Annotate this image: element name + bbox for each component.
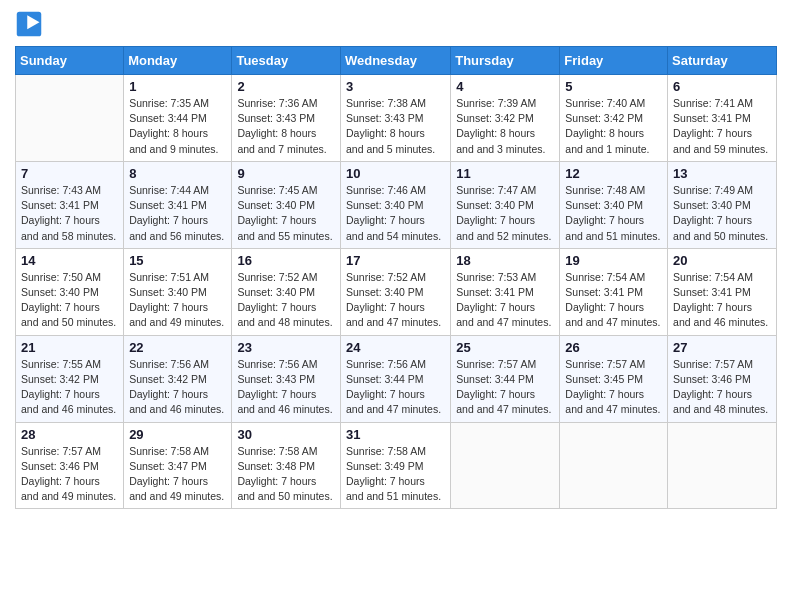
daylight-text-continued: and and 47 minutes. [565, 402, 662, 417]
sunrise-text: Sunrise: 7:54 AM [673, 270, 771, 285]
daylight-text-continued: and and 58 minutes. [21, 229, 118, 244]
day-number: 18 [456, 253, 554, 268]
sunrise-text: Sunrise: 7:55 AM [21, 357, 118, 372]
sunrise-text: Sunrise: 7:38 AM [346, 96, 445, 111]
sunset-text: Sunset: 3:40 PM [237, 198, 335, 213]
daylight-text: Daylight: 7 hours [346, 213, 445, 228]
sunrise-text: Sunrise: 7:39 AM [456, 96, 554, 111]
day-number: 19 [565, 253, 662, 268]
sunset-text: Sunset: 3:42 PM [565, 111, 662, 126]
sunrise-text: Sunrise: 7:54 AM [565, 270, 662, 285]
sunset-text: Sunset: 3:40 PM [456, 198, 554, 213]
weekday-header-saturday: Saturday [668, 47, 777, 75]
day-info: Sunrise: 7:57 AMSunset: 3:45 PMDaylight:… [565, 357, 662, 418]
calendar-cell: 25Sunrise: 7:57 AMSunset: 3:44 PMDayligh… [451, 335, 560, 422]
sunrise-text: Sunrise: 7:52 AM [346, 270, 445, 285]
daylight-text-continued: and and 47 minutes. [456, 402, 554, 417]
calendar-table: SundayMondayTuesdayWednesdayThursdayFrid… [15, 46, 777, 509]
sunset-text: Sunset: 3:43 PM [237, 111, 335, 126]
calendar-cell: 16Sunrise: 7:52 AMSunset: 3:40 PMDayligh… [232, 248, 341, 335]
day-number: 4 [456, 79, 554, 94]
sunset-text: Sunset: 3:42 PM [129, 372, 226, 387]
day-info: Sunrise: 7:46 AMSunset: 3:40 PMDaylight:… [346, 183, 445, 244]
sunset-text: Sunset: 3:41 PM [673, 111, 771, 126]
daylight-text-continued: and and 52 minutes. [456, 229, 554, 244]
sunrise-text: Sunrise: 7:57 AM [21, 444, 118, 459]
day-info: Sunrise: 7:56 AMSunset: 3:44 PMDaylight:… [346, 357, 445, 418]
calendar-cell: 17Sunrise: 7:52 AMSunset: 3:40 PMDayligh… [340, 248, 450, 335]
day-info: Sunrise: 7:55 AMSunset: 3:42 PMDaylight:… [21, 357, 118, 418]
day-number: 31 [346, 427, 445, 442]
sunset-text: Sunset: 3:47 PM [129, 459, 226, 474]
calendar-cell [560, 422, 668, 509]
daylight-text: Daylight: 7 hours [346, 300, 445, 315]
calendar-cell [16, 75, 124, 162]
sunset-text: Sunset: 3:40 PM [237, 285, 335, 300]
day-info: Sunrise: 7:47 AMSunset: 3:40 PMDaylight:… [456, 183, 554, 244]
daylight-text: Daylight: 7 hours [21, 387, 118, 402]
sunset-text: Sunset: 3:41 PM [565, 285, 662, 300]
day-number: 8 [129, 166, 226, 181]
day-number: 15 [129, 253, 226, 268]
daylight-text: Daylight: 7 hours [237, 300, 335, 315]
day-info: Sunrise: 7:45 AMSunset: 3:40 PMDaylight:… [237, 183, 335, 244]
day-number: 16 [237, 253, 335, 268]
day-number: 26 [565, 340, 662, 355]
day-number: 27 [673, 340, 771, 355]
sunset-text: Sunset: 3:40 PM [129, 285, 226, 300]
daylight-text-continued: and and 47 minutes. [346, 315, 445, 330]
daylight-text: Daylight: 7 hours [565, 300, 662, 315]
day-info: Sunrise: 7:56 AMSunset: 3:42 PMDaylight:… [129, 357, 226, 418]
calendar-cell: 7Sunrise: 7:43 AMSunset: 3:41 PMDaylight… [16, 161, 124, 248]
daylight-text-continued: and and 47 minutes. [456, 315, 554, 330]
calendar-cell: 3Sunrise: 7:38 AMSunset: 3:43 PMDaylight… [340, 75, 450, 162]
daylight-text-continued: and and 50 minutes. [673, 229, 771, 244]
day-info: Sunrise: 7:48 AMSunset: 3:40 PMDaylight:… [565, 183, 662, 244]
day-info: Sunrise: 7:43 AMSunset: 3:41 PMDaylight:… [21, 183, 118, 244]
daylight-text: Daylight: 8 hours [346, 126, 445, 141]
daylight-text-continued: and and 49 minutes. [21, 489, 118, 504]
day-info: Sunrise: 7:41 AMSunset: 3:41 PMDaylight:… [673, 96, 771, 157]
sunset-text: Sunset: 3:40 PM [673, 198, 771, 213]
daylight-text-continued: and and 46 minutes. [21, 402, 118, 417]
calendar-week-2: 7Sunrise: 7:43 AMSunset: 3:41 PMDaylight… [16, 161, 777, 248]
calendar-cell: 18Sunrise: 7:53 AMSunset: 3:41 PMDayligh… [451, 248, 560, 335]
sunset-text: Sunset: 3:49 PM [346, 459, 445, 474]
day-info: Sunrise: 7:54 AMSunset: 3:41 PMDaylight:… [673, 270, 771, 331]
calendar-cell: 10Sunrise: 7:46 AMSunset: 3:40 PMDayligh… [340, 161, 450, 248]
daylight-text: Daylight: 7 hours [456, 387, 554, 402]
daylight-text: Daylight: 7 hours [456, 300, 554, 315]
sunrise-text: Sunrise: 7:57 AM [673, 357, 771, 372]
sunrise-text: Sunrise: 7:56 AM [346, 357, 445, 372]
day-info: Sunrise: 7:50 AMSunset: 3:40 PMDaylight:… [21, 270, 118, 331]
calendar-cell: 30Sunrise: 7:58 AMSunset: 3:48 PMDayligh… [232, 422, 341, 509]
day-number: 10 [346, 166, 445, 181]
sunset-text: Sunset: 3:43 PM [346, 111, 445, 126]
day-number: 17 [346, 253, 445, 268]
daylight-text-continued: and and 48 minutes. [673, 402, 771, 417]
daylight-text: Daylight: 7 hours [673, 126, 771, 141]
sunrise-text: Sunrise: 7:46 AM [346, 183, 445, 198]
sunrise-text: Sunrise: 7:51 AM [129, 270, 226, 285]
calendar-cell: 12Sunrise: 7:48 AMSunset: 3:40 PMDayligh… [560, 161, 668, 248]
page-header [15, 10, 777, 38]
sunset-text: Sunset: 3:45 PM [565, 372, 662, 387]
daylight-text: Daylight: 7 hours [673, 213, 771, 228]
sunrise-text: Sunrise: 7:49 AM [673, 183, 771, 198]
calendar-cell: 13Sunrise: 7:49 AMSunset: 3:40 PMDayligh… [668, 161, 777, 248]
daylight-text-continued: and and 46 minutes. [673, 315, 771, 330]
weekday-header-tuesday: Tuesday [232, 47, 341, 75]
day-info: Sunrise: 7:40 AMSunset: 3:42 PMDaylight:… [565, 96, 662, 157]
daylight-text-continued: and and 49 minutes. [129, 315, 226, 330]
sunrise-text: Sunrise: 7:35 AM [129, 96, 226, 111]
day-number: 21 [21, 340, 118, 355]
sunset-text: Sunset: 3:40 PM [346, 198, 445, 213]
daylight-text-continued: and and 50 minutes. [237, 489, 335, 504]
daylight-text: Daylight: 7 hours [21, 300, 118, 315]
day-number: 24 [346, 340, 445, 355]
daylight-text: Daylight: 7 hours [565, 387, 662, 402]
daylight-text-continued: and and 1 minute. [565, 142, 662, 157]
day-info: Sunrise: 7:35 AMSunset: 3:44 PMDaylight:… [129, 96, 226, 157]
daylight-text-continued: and and 49 minutes. [129, 489, 226, 504]
logo [15, 10, 47, 38]
